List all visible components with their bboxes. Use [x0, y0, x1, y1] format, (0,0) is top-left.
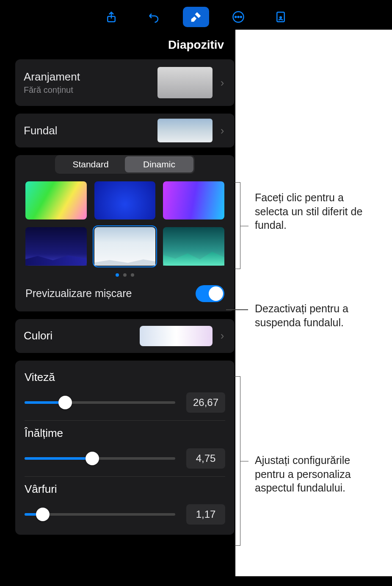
- background-swatch-grid: [15, 181, 235, 266]
- format-brush-button[interactable]: [183, 7, 209, 27]
- share-button[interactable]: [98, 7, 124, 27]
- colors-label: Culori: [24, 329, 134, 342]
- page-dot-1: [116, 273, 119, 277]
- toolbar: [0, 0, 392, 30]
- bg-swatch-2[interactable]: [94, 181, 156, 219]
- peaks-value[interactable]: 1,17: [186, 504, 225, 525]
- document-view-button[interactable]: [268, 7, 294, 27]
- arrangement-label: Aranjament: [24, 70, 152, 83]
- arrangement-sublabel: Fără conținut: [24, 85, 152, 95]
- speed-label: Viteză: [25, 371, 225, 384]
- annotation-disable-preview: Dezactivați pentru a suspenda fundalul.: [255, 302, 382, 329]
- segment-dynamic[interactable]: Dinamic: [125, 156, 193, 172]
- segment-standard[interactable]: Standard: [56, 156, 125, 172]
- background-style-card: Standard Dinamic Previzualizare mișcare: [15, 155, 235, 311]
- svg-point-4: [240, 17, 242, 18]
- svg-point-2: [235, 17, 236, 18]
- chevron-right-icon: ›: [218, 329, 226, 342]
- annotation-select-style: Faceți clic pentru a selecta un stil dif…: [255, 191, 373, 232]
- page-dot-2: [123, 273, 127, 277]
- bg-swatch-4[interactable]: [25, 227, 87, 265]
- arrangement-thumbnail: [157, 67, 213, 98]
- panel-title: Diapozitiv: [0, 38, 392, 52]
- callout-bracket-1: [235, 182, 240, 269]
- background-label: Fundal: [24, 124, 152, 137]
- arrangement-row[interactable]: Aranjament Fără conținut ›: [15, 59, 235, 106]
- sliders-card: Viteză 26,67 Înălțime 4,75: [15, 361, 235, 535]
- colors-preview: [140, 326, 213, 346]
- height-value[interactable]: 4,75: [186, 448, 225, 469]
- speed-value[interactable]: 26,67: [186, 392, 225, 413]
- more-button[interactable]: [225, 7, 251, 27]
- callout-bracket-3: [235, 376, 240, 546]
- peaks-label: Vârfuri: [25, 483, 225, 496]
- svg-point-3: [238, 17, 239, 18]
- height-slider[interactable]: [25, 457, 175, 460]
- chevron-right-icon: ›: [218, 124, 226, 137]
- svg-point-6: [280, 17, 282, 18]
- colors-row[interactable]: Culori ›: [15, 319, 235, 353]
- background-row[interactable]: Fundal ›: [15, 114, 235, 147]
- annotations-column: Faceți clic pentru a selecta un stil dif…: [235, 59, 392, 542]
- bg-swatch-5-selected[interactable]: [94, 227, 156, 265]
- annotation-adjust-settings: Ajustați configurările pentru a personal…: [255, 453, 382, 495]
- peaks-slider-block: Vârfuri 1,17: [25, 477, 225, 527]
- speed-slider-block: Viteză 26,67: [25, 365, 225, 421]
- page-indicator[interactable]: [15, 273, 235, 277]
- bg-swatch-1[interactable]: [25, 181, 87, 219]
- page-dot-3: [131, 273, 134, 277]
- undo-button[interactable]: [141, 7, 167, 27]
- height-label: Înălțime: [25, 427, 225, 440]
- preview-motion-toggle[interactable]: [196, 285, 224, 302]
- bg-swatch-6[interactable]: [163, 227, 224, 265]
- background-thumbnail: [157, 119, 213, 142]
- peaks-slider[interactable]: [25, 513, 175, 516]
- speed-slider[interactable]: [25, 401, 175, 404]
- style-segmented-control[interactable]: Standard Dinamic: [55, 155, 195, 174]
- height-slider-block: Înălțime 4,75: [25, 421, 225, 477]
- callout-line-2: [226, 309, 248, 310]
- bg-swatch-3[interactable]: [163, 181, 224, 219]
- inspector-panel: Aranjament Fără conținut › Fundal › Stan…: [15, 59, 235, 542]
- chevron-right-icon: ›: [218, 76, 226, 89]
- preview-motion-label: Previzualizare mișcare: [25, 287, 196, 300]
